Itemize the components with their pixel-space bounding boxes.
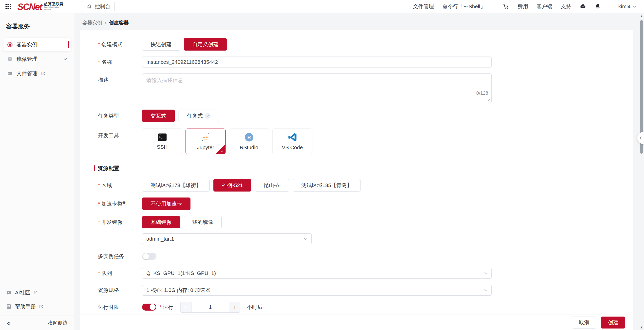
- region-test185-button[interactable]: 测试区域185【青岛】: [293, 179, 360, 192]
- accelerator-label: 加速卡类型: [98, 200, 142, 207]
- sidebar-item-label: 容器实例: [16, 41, 38, 48]
- run-limit-label: 运行时限: [98, 304, 142, 311]
- ssh-icon: >_: [158, 133, 167, 141]
- hours-suffix: 小时后: [247, 304, 262, 311]
- user-menu[interactable]: kimi4: [618, 3, 636, 9]
- topbar-support[interactable]: 支持: [561, 3, 571, 10]
- svg-text:R: R: [247, 135, 251, 140]
- region-kunshan-ai-button[interactable]: 昆山-AI: [255, 179, 289, 192]
- name-input[interactable]: [142, 56, 492, 67]
- apps-grid-icon[interactable]: [6, 4, 11, 9]
- topbar-eshell[interactable]: 命令行「E-Shell」: [442, 3, 486, 10]
- notification-bell-icon[interactable]: [595, 3, 601, 10]
- scnet-logo[interactable]: SCNet 超算互联网 SuperComputing Network: [18, 2, 64, 11]
- multi-instance-label: 多实例任务: [98, 253, 142, 260]
- sidebar-link-ai-community[interactable]: AI社区: [0, 286, 74, 300]
- run-limit-toggle[interactable]: [142, 304, 156, 311]
- run-text: 运行: [159, 304, 173, 311]
- chevron-down-icon: [484, 288, 488, 292]
- queue-value: Q_KS_GPU_1(1*KS_GPU_1): [146, 270, 216, 276]
- accelerator-none-button[interactable]: 不使用加速卡: [142, 198, 190, 210]
- chevron-down-icon: [484, 271, 488, 276]
- scroll-down-icon[interactable]: ▼: [640, 325, 644, 330]
- help-book-icon: ?: [6, 304, 12, 310]
- tool-card-rstudio[interactable]: R RStudio: [229, 128, 269, 154]
- chat-bubble-icon: [6, 290, 12, 296]
- console-button[interactable]: 控制台: [82, 1, 115, 12]
- sidebar: 容器服务 容器实例 镜像管理 文件管理 AI社区 ? 帮助手册: [0, 13, 75, 330]
- vscode-icon: [288, 132, 297, 142]
- topbar-client[interactable]: 客户端: [536, 3, 552, 10]
- vertical-scrollbar[interactable]: ▲ ▼: [640, 14, 644, 330]
- rstudio-icon: R: [244, 132, 254, 142]
- home-icon: [86, 3, 92, 10]
- topbar-fee[interactable]: 费用: [518, 3, 528, 10]
- create-button[interactable]: 创建: [601, 317, 625, 329]
- multi-instance-toggle[interactable]: [142, 253, 156, 260]
- topbar: SCNet 超算互联网 SuperComputing Network 控制台 文…: [0, 0, 644, 13]
- tool-name: Jupyter: [197, 144, 214, 150]
- form-action-bar: 取消 创建: [80, 315, 633, 330]
- image-select-dropdown[interactable]: admin_tar:1: [142, 233, 312, 244]
- queue-dropdown[interactable]: Q_KS_GPU_1(1*KS_GPU_1): [142, 268, 492, 279]
- section-title: 资源配置: [98, 165, 120, 172]
- section-accent-bar: [94, 165, 95, 171]
- logo-tagline-en1: SuperComputing: [44, 6, 64, 8]
- tool-card-vscode[interactable]: VS Code: [272, 128, 312, 154]
- region-label: 区域: [98, 182, 142, 189]
- scroll-up-icon[interactable]: ▲: [640, 14, 644, 18]
- description-label: 描述: [98, 73, 142, 83]
- console-label: 控制台: [95, 3, 110, 10]
- help-icon[interactable]: [205, 113, 211, 119]
- tool-name: VS Code: [282, 144, 303, 150]
- active-indicator: [68, 41, 69, 48]
- jupyter-icon: jupyter: [201, 132, 211, 142]
- cancel-button[interactable]: 取消: [572, 317, 596, 329]
- sidebar-title: 容器服务: [0, 13, 74, 37]
- create-mode-quick-button[interactable]: 快速创建: [142, 38, 180, 50]
- image-management-icon: [7, 56, 13, 62]
- topbar-file-management[interactable]: 文件管理: [413, 3, 434, 10]
- chevron-down-icon: [63, 57, 68, 61]
- sidebar-item-file-management[interactable]: 文件管理: [4, 67, 71, 80]
- region-test178-button[interactable]: 测试区域178【雄衡】: [142, 179, 210, 192]
- description-textarea[interactable]: [142, 73, 492, 103]
- tool-card-ssh[interactable]: >_ SSH: [142, 128, 182, 154]
- external-link-icon: [34, 290, 38, 295]
- collapse-sidebar-icon[interactable]: «: [7, 320, 10, 326]
- char-counter: 0/128: [476, 90, 488, 96]
- toggle-knob: [143, 253, 149, 259]
- sidebar-item-image-management[interactable]: 镜像管理: [4, 52, 71, 66]
- toggle-knob: [150, 304, 156, 310]
- chevron-down-icon: [632, 4, 636, 8]
- chevron-left-icon: [639, 136, 643, 140]
- sidebar-item-container-instances[interactable]: 容器实例: [4, 38, 71, 51]
- task-type-batch-label: 任务式: [187, 112, 203, 119]
- image-select-value: admin_tar:1: [146, 236, 174, 242]
- cloud-upload-icon[interactable]: [580, 3, 586, 10]
- topbar-divider: [610, 3, 610, 9]
- hours-stepper: − +: [180, 302, 240, 313]
- tool-name: SSH: [157, 144, 168, 150]
- tool-name: RStudio: [240, 144, 258, 150]
- region-xiongheng521-button[interactable]: 雄衡-521: [214, 179, 251, 192]
- collapse-sidebar-label[interactable]: 收起侧边: [48, 320, 68, 326]
- task-type-batch-button[interactable]: 任务式: [178, 110, 219, 122]
- hours-input[interactable]: [192, 302, 229, 313]
- breadcrumb-root[interactable]: 容器实例: [82, 19, 102, 26]
- task-type-interactive-button[interactable]: 交互式: [142, 110, 175, 122]
- dev-image-base-button[interactable]: 基础镜像: [142, 216, 180, 228]
- cart-icon[interactable]: [503, 3, 509, 10]
- sidebar-link-label: 帮助手册: [15, 303, 36, 310]
- stepper-plus-button[interactable]: +: [229, 302, 240, 313]
- stepper-minus-button[interactable]: −: [180, 302, 192, 313]
- create-mode-custom-button[interactable]: 自定义创建: [184, 38, 227, 50]
- dev-image-mine-button[interactable]: 我的镜像: [184, 216, 222, 228]
- resource-spec-dropdown[interactable]: 1 核心; 1.0G 内存; 0 加速器: [142, 285, 492, 296]
- main-content: 容器实例 › 创建容器 创建模式 快速创建 自定义创建 名称: [75, 13, 644, 330]
- page-title: 创建容器: [109, 19, 129, 26]
- tool-card-jupyter[interactable]: jupyter Jupyter: [186, 128, 226, 154]
- sidebar-link-help-manual[interactable]: ? 帮助手册: [0, 300, 74, 314]
- svg-text:?: ?: [8, 305, 9, 307]
- logo-text: SCNet: [18, 3, 42, 11]
